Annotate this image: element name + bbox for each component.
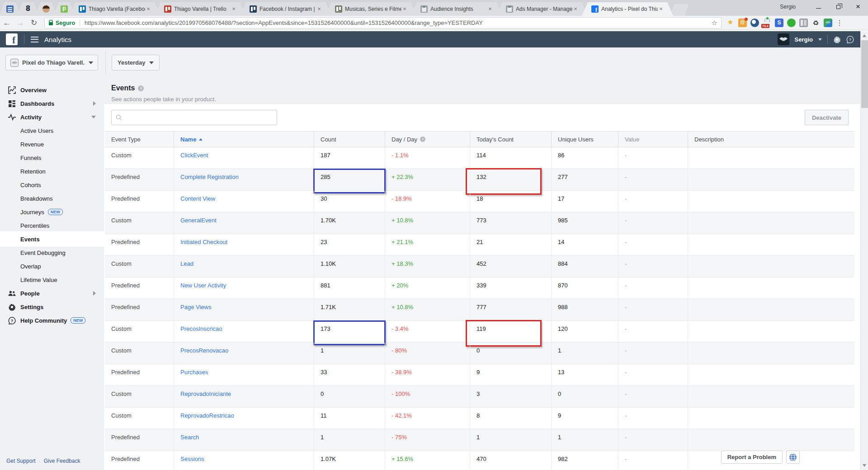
tab-close-icon[interactable]: × (231, 6, 237, 12)
pinned-tab[interactable] (17, 2, 39, 16)
event-name-link[interactable]: Lead (180, 260, 193, 267)
new-tab-button[interactable] (670, 4, 689, 16)
event-name-link[interactable]: Complete Registration (180, 174, 239, 180)
help-icon[interactable] (846, 36, 854, 43)
report-problem-button[interactable]: Report a Problem (721, 451, 783, 464)
event-name-link[interactable]: New User Activity (180, 282, 226, 289)
password-extension-icon[interactable] (738, 19, 747, 27)
browser-tab[interactable]: Facebook / Instagram | Tr × (240, 2, 331, 16)
event-name-link[interactable]: PrecosRenovacao (180, 347, 228, 354)
user-name[interactable]: Sergio (795, 36, 813, 43)
green-dot-extension-icon[interactable] (787, 19, 796, 27)
pinned-tab[interactable] (0, 2, 21, 16)
browser-profile-name[interactable]: Sergio (780, 4, 796, 10)
sidebar-item[interactable]: Revenue (0, 137, 104, 151)
sidebar-item[interactable]: Percentiles (0, 219, 104, 232)
browser-menu-icon[interactable]: ⋮ (836, 19, 843, 27)
info-icon[interactable]: i (420, 136, 425, 142)
sidebar-item[interactable]: Journeys NEW (0, 205, 104, 219)
panel-extension-icon[interactable] (799, 19, 808, 27)
favorites-extension-icon[interactable] (726, 19, 735, 27)
event-name-link[interactable]: Search (180, 434, 199, 441)
sidebar-item[interactable]: Lifetime Value (0, 273, 104, 287)
event-name-link[interactable]: ReprovadoRestricao (180, 412, 234, 419)
sidebar-item[interactable]: Overview (0, 83, 104, 97)
url-field[interactable]: Seguro https://www.facebook.com/analytic… (44, 17, 722, 28)
secure-indicator[interactable]: Seguro (48, 20, 75, 26)
tab-close-icon[interactable]: × (401, 6, 408, 12)
browser-tab[interactable]: Ads Manager - Manage A × (496, 2, 588, 16)
column-header[interactable]: Count (314, 132, 385, 147)
sidebar-item[interactable]: Breakdowns (0, 192, 104, 205)
minimize-button[interactable] (808, 0, 828, 14)
tab-close-icon[interactable]: × (487, 6, 493, 12)
moon-extension-icon[interactable] (750, 19, 759, 27)
date-range-selector[interactable]: Yesterday (112, 55, 160, 70)
browser-tab[interactable]: Thiago Varella (Facebook) × (69, 2, 160, 16)
sidebar-item[interactable]: Dashboards (0, 97, 104, 110)
code-extension-icon[interactable] (824, 19, 832, 27)
browser-tab[interactable]: Thiago Varella | Trello × (155, 2, 246, 16)
sidebar-item[interactable]: People (0, 287, 104, 300)
browser-tab[interactable]: Analytics - Pixel do Thiag × (582, 2, 673, 16)
speedtest-extension-icon[interactable]: 73.4 (763, 19, 771, 27)
sidebar-item[interactable]: Retention (0, 164, 104, 178)
column-header[interactable]: Day / Day i (385, 132, 470, 147)
recycle-extension-icon[interactable] (811, 19, 820, 27)
facebook-logo[interactable] (6, 33, 18, 45)
sidebar-item[interactable]: Funnels (0, 151, 104, 164)
event-name-link[interactable]: Purchases (180, 369, 208, 376)
tab-close-icon[interactable]: × (572, 6, 579, 12)
user-avatar[interactable] (778, 33, 789, 45)
restore-button[interactable] (828, 0, 848, 14)
event-name-link[interactable]: GeneralEvent (180, 217, 217, 224)
browser-tab[interactable]: Musicas, Series e Filmes | × (326, 2, 417, 16)
back-button[interactable]: ← (0, 19, 14, 28)
info-icon[interactable]: i (138, 85, 144, 91)
sidebar-item[interactable]: Active Users (0, 124, 104, 137)
similarweb-extension-icon[interactable] (775, 19, 783, 27)
sidebar-item[interactable]: Activity (0, 110, 104, 124)
search-input[interactable] (125, 114, 273, 121)
event-name-link[interactable]: Initiated Checkout (180, 239, 227, 245)
column-header[interactable]: Today's Count (470, 132, 552, 147)
column-header[interactable]: Description (688, 132, 854, 147)
reload-button[interactable]: ↻ (27, 18, 41, 28)
page-scrollbar[interactable] (860, 31, 868, 470)
entity-selector[interactable]: Pixel do Thiago Varell... (5, 55, 98, 70)
browser-tab[interactable]: Audience Insights × (411, 2, 502, 16)
event-name-link[interactable]: Content View (180, 195, 215, 202)
chevron-down-icon[interactable] (818, 38, 822, 41)
tab-close-icon[interactable]: × (316, 6, 322, 12)
scroll-down-icon[interactable] (863, 464, 866, 467)
forward-button[interactable]: → (14, 19, 27, 28)
column-header[interactable]: Name (174, 132, 314, 147)
column-header[interactable]: Event Type (105, 132, 174, 147)
hamburger-menu-icon[interactable] (31, 37, 38, 42)
event-name-link[interactable]: Sessions (180, 456, 204, 462)
deactivate-button[interactable]: Deactivate (805, 110, 849, 125)
event-name-link[interactable]: PrecosInscricao (180, 325, 222, 332)
settings-gear-icon[interactable] (833, 36, 841, 43)
pinned-tab[interactable] (35, 2, 57, 16)
column-header[interactable]: Value (618, 132, 688, 147)
get-support-link[interactable]: Get Support (6, 458, 36, 464)
sidebar-item[interactable]: Overlap (0, 259, 104, 273)
event-name-link[interactable]: ClickEvent (180, 152, 208, 159)
event-name-link[interactable]: ReprovadoIniciante (180, 390, 231, 397)
sidebar-item[interactable]: Help Community NEW (0, 314, 104, 327)
search-box[interactable] (111, 110, 277, 125)
bookmark-star-icon[interactable]: ☆ (712, 19, 717, 27)
sidebar-item[interactable]: Cohorts (0, 178, 104, 192)
sidebar-item[interactable]: Events (0, 231, 104, 247)
sidebar-item[interactable]: Event Debugging (0, 246, 104, 259)
scrollbar-thumb[interactable] (861, 40, 868, 108)
tab-close-icon[interactable]: × (145, 6, 151, 12)
give-feedback-link[interactable]: Give Feedback (44, 458, 80, 464)
sidebar-item[interactable]: Settings (0, 300, 104, 314)
event-name-link[interactable]: Page Views (180, 304, 211, 310)
scroll-up-icon[interactable] (863, 34, 866, 37)
language-globe-button[interactable] (786, 451, 800, 464)
tab-close-icon[interactable]: × (658, 6, 664, 12)
column-header[interactable]: Unique Users (552, 132, 618, 147)
